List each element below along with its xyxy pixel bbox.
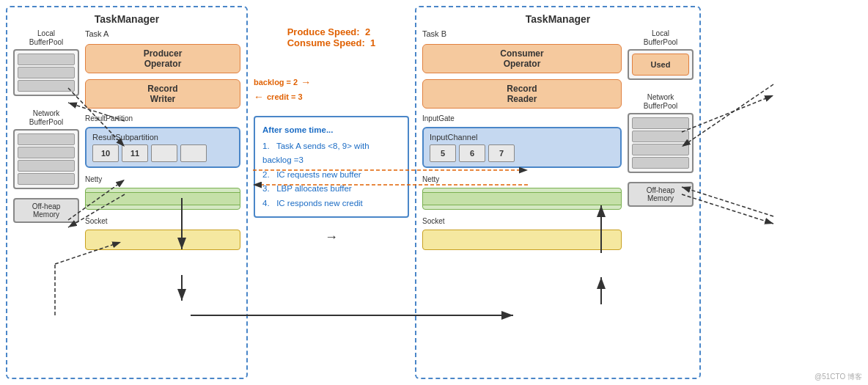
inputchannel-title: InputChannel	[430, 133, 614, 142]
network-buffer-pool-right	[628, 113, 694, 173]
local-buffer-pool-label-right: LocalBufferPool	[628, 29, 694, 47]
record-writer-box: RecordWriter	[85, 79, 240, 109]
consume-speed-label: Consume Speed:	[287, 37, 365, 48]
local-buffer-pool-right: Used	[628, 49, 694, 80]
consume-speed-value: 1	[370, 37, 375, 48]
buffer-cell-empty	[180, 144, 207, 162]
left-side-pools: LocalBufferPool NetworkBufferPool	[13, 29, 79, 372]
task-a-label: Task A	[85, 29, 240, 38]
pool-block	[632, 117, 689, 129]
netty-box-right	[422, 188, 622, 210]
credit-row: ← credit = 3	[254, 91, 409, 103]
network-buffer-pool-left	[13, 129, 79, 189]
arrow-labels: backlog = 2 → ← credit = 3	[254, 76, 409, 103]
network-buffer-pool-label-left: NetworkBufferPool	[13, 109, 79, 127]
right-task-manager: TaskManager Task B ConsumerOperator Reco…	[415, 6, 701, 379]
buffer-cells-right: 5 6 7	[430, 144, 614, 162]
socket-box-right	[422, 230, 622, 250]
backlog-row: backlog = 2 →	[254, 76, 409, 88]
result-partition-label: ResultPartition	[85, 114, 240, 122]
pool-block	[18, 54, 75, 65]
middle-panel: Produce Speed: 2 Consume Speed: 1 backlo…	[251, 6, 412, 379]
right-side-pools: LocalBufferPool Used NetworkBufferPool	[628, 29, 694, 372]
netty-box-left	[85, 188, 240, 210]
local-buffer-pool-left	[13, 49, 79, 96]
netty-inner-right	[423, 192, 621, 205]
socket-label-left: Socket	[85, 217, 240, 225]
credit-label: credit = 3	[267, 92, 303, 101]
down-arrow-middle: →	[325, 230, 338, 245]
local-buffer-pool-label-left: LocalBufferPool	[13, 29, 79, 47]
step-3: 3. LBP allocates buffer	[262, 182, 400, 197]
after-time-box: After some time... 1. Task A sends <8, 9…	[254, 116, 409, 218]
inputgate-label: InputGate	[422, 114, 622, 122]
socket-label-right: Socket	[422, 217, 622, 225]
speed-info: Produce Speed: 2 Consume Speed: 1	[287, 26, 376, 48]
pool-block	[18, 67, 75, 78]
buffer-cell-10: 10	[92, 144, 119, 162]
step-4: 4. IC responds new credit	[262, 197, 400, 211]
consume-speed: Consume Speed: 1	[287, 37, 376, 48]
right-main-content: Task B ConsumerOperator RecordReader Inp…	[422, 29, 622, 372]
netty-label-right: Netty	[422, 175, 622, 183]
pool-block	[632, 157, 689, 169]
network-buffer-pool-label-right: NetworkBufferPool	[628, 93, 694, 111]
buffer-cell-5: 5	[430, 144, 456, 162]
result-subpartition-box: ResultSubpartition 10 11	[85, 127, 240, 168]
pool-block	[18, 147, 75, 158]
backlog-label: backlog = 2	[254, 78, 298, 87]
consumer-operator-box: ConsumerOperator	[422, 44, 622, 73]
buffer-cell-6: 6	[459, 144, 485, 162]
pool-block	[632, 131, 689, 142]
step-1: 1. Task A sends <8, 9> with backlog =3	[262, 139, 400, 168]
watermark: @51CTO 博客	[814, 372, 862, 382]
offheap-memory-left: Off-heapMemory	[13, 198, 79, 223]
right-tm-label: TaskManager	[422, 13, 694, 25]
left-task-manager: TaskManager LocalBufferPool NetworkBuffe…	[6, 6, 248, 379]
record-reader-box: RecordReader	[422, 79, 622, 109]
left-main-content: Task A ProducerOperator RecordWriter Res…	[85, 29, 240, 372]
buffer-cell-empty	[151, 144, 177, 162]
after-time-title: After some time...	[262, 123, 400, 138]
pool-block	[18, 173, 75, 185]
task-b-label: Task B	[422, 29, 622, 38]
pool-block	[18, 160, 75, 172]
offheap-memory-right: Off-heapMemory	[628, 182, 694, 207]
netty-inner-left	[86, 192, 240, 205]
subpartition-title: ResultSubpartition	[92, 133, 233, 142]
step-2: 2. IC requests new buffer	[262, 168, 400, 183]
buffer-cells-left: 10 11	[92, 144, 233, 162]
produce-speed-label: Produce Speed:	[287, 26, 360, 37]
buffer-cell-11: 11	[122, 144, 148, 162]
netty-label-left: Netty	[85, 175, 240, 183]
buffer-cell-7: 7	[488, 144, 515, 162]
used-box: Used	[632, 54, 689, 76]
socket-box-left	[85, 230, 240, 250]
produce-speed-value: 2	[365, 26, 370, 37]
pool-block	[18, 133, 75, 145]
pool-block	[632, 144, 689, 155]
producer-operator-box: ProducerOperator	[85, 44, 240, 73]
left-tm-label: TaskManager	[13, 13, 240, 25]
inputchannel-box: InputChannel 5 6 7	[422, 127, 622, 168]
produce-speed: Produce Speed: 2	[287, 26, 376, 37]
pool-block	[18, 80, 75, 92]
